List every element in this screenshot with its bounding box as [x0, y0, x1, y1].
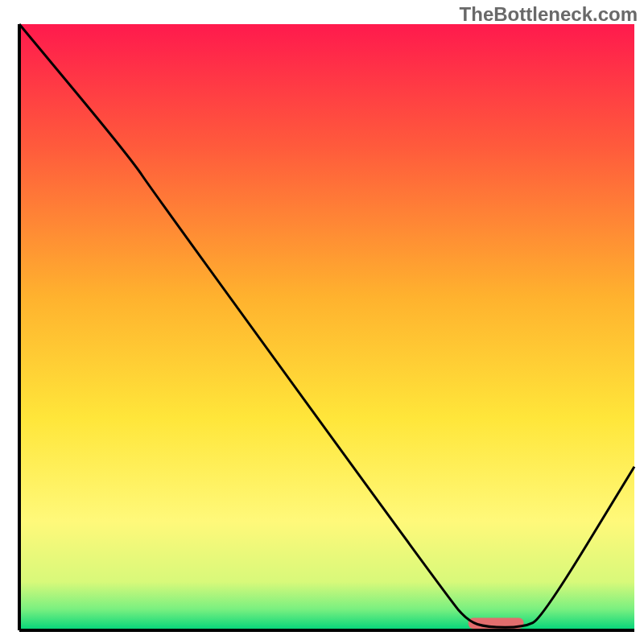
bottleneck-chart: TheBottleneck.com: [0, 0, 644, 644]
plot-gradient-background: [19, 24, 634, 630]
watermark-text: TheBottleneck.com: [460, 3, 638, 26]
chart-svg: [0, 0, 644, 644]
